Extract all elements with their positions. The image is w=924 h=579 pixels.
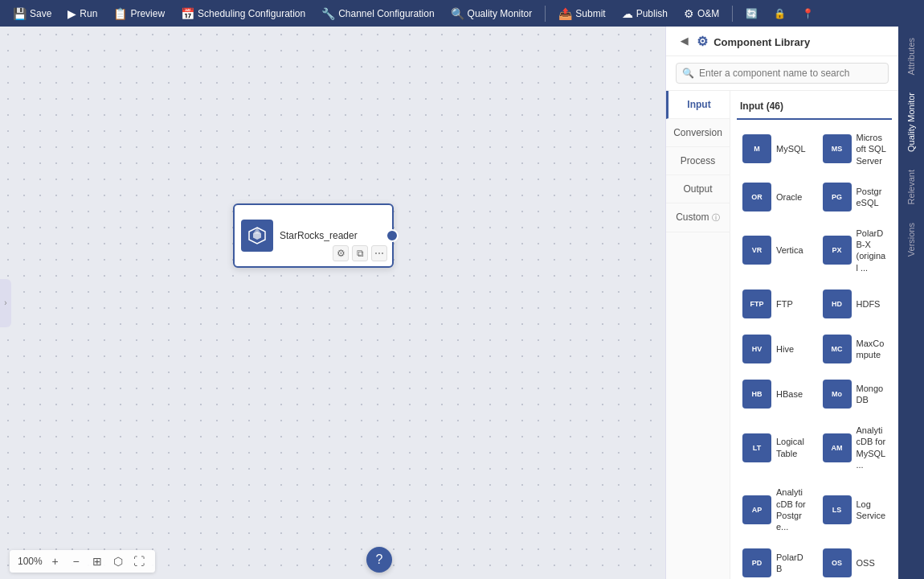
component-icon-ftp: FTP (742, 290, 771, 318)
canvas-grid (0, 27, 665, 579)
component-hive[interactable]: HVHive (737, 329, 812, 369)
component-vertica[interactable]: VRVertica (737, 222, 812, 279)
component-label-analyticdb-mysql: AnalyticDB for MySQL... (857, 425, 887, 470)
publish-button[interactable]: ☁ Publish (615, 4, 674, 23)
library-toggle-btn[interactable]: ◀ (676, 33, 692, 49)
component-icon-polardb-x: PX (823, 236, 852, 265)
zoom-expand-btn[interactable]: ⬡ (110, 553, 126, 569)
location-button[interactable]: 📍 (795, 5, 820, 23)
search-icon: 🔍 (682, 68, 694, 79)
node-icon (247, 226, 267, 245)
component-ftp[interactable]: FTPFTP (737, 284, 812, 324)
category-output[interactable]: Output (666, 175, 730, 203)
quality-icon: 🔍 (451, 7, 464, 20)
zoom-fullscreen-btn[interactable]: ⛶ (131, 553, 147, 569)
node-more-btn[interactable]: ⋯ (371, 245, 387, 261)
component-mysql[interactable]: MMySQL (737, 126, 812, 172)
refresh-button[interactable]: 🔄 (739, 5, 764, 23)
zoom-bar: 100% + − ⊞ ⬡ ⛶ (10, 550, 155, 573)
tab-attributes[interactable]: Attributes (903, 30, 919, 83)
component-analyticdb-mysql[interactable]: AMAnalyticDB for MySQL... (817, 419, 893, 476)
components-list: Input (46) MMySQLMSMicrosoft SQL ServerO… (730, 91, 898, 579)
toolbar: 💾 Save ▶ Run 📋 Preview 📅 Scheduling Conf… (0, 0, 924, 27)
component-icon-oracle: OR (742, 183, 771, 211)
component-hbase[interactable]: HBHBase (737, 374, 812, 414)
submit-icon: 📤 (558, 7, 572, 20)
component-label-maxcompute: MaxCompute (857, 338, 887, 361)
left-panel-toggle[interactable]: › (0, 279, 11, 327)
node-card[interactable]: StarRocks_reader ⚙ ⧉ ⋯ (233, 203, 394, 268)
tab-relevant[interactable]: Relevant (903, 162, 919, 212)
component-oracle[interactable]: OROracle (737, 177, 812, 217)
search-input[interactable] (676, 63, 889, 84)
node-connector-right[interactable] (386, 229, 399, 242)
component-library: ◀ ⚙ Component Library 🔍 Input (665, 27, 898, 579)
save-button[interactable]: 💾 Save (6, 4, 58, 23)
tab-quality-monitor[interactable]: Quality Monitor (903, 84, 919, 160)
run-button[interactable]: ▶ Run (61, 4, 104, 23)
component-icon-analyticdb-mysql: AM (823, 433, 852, 462)
channel-button[interactable]: 🔧 Channel Configuration (315, 4, 440, 23)
component-analyticdb-pg[interactable]: APAnalyticDB for Postgre... (737, 481, 812, 538)
component-label-hbase: HBase (776, 388, 803, 400)
channel-icon: 🔧 (321, 7, 335, 20)
help-button[interactable]: ? (366, 547, 392, 573)
component-mongodb[interactable]: MoMongoDB (817, 374, 893, 414)
category-input[interactable]: Input (666, 91, 730, 119)
component-icon-mysql: M (742, 134, 771, 163)
library-title: ⚙ Component Library (697, 34, 810, 49)
component-label-mssql: Microsoft SQL Server (857, 132, 887, 166)
component-label-ftp: FTP (776, 298, 793, 310)
category-process[interactable]: Process (666, 147, 730, 175)
category-conversion[interactable]: Conversion (666, 119, 730, 147)
category-custom[interactable]: Custom ⓘ (666, 203, 730, 232)
zoom-in-btn[interactable]: + (47, 553, 63, 569)
om-icon: ⚙ (684, 7, 694, 20)
component-icon-hive: HV (742, 335, 771, 363)
component-postgresql[interactable]: PGPostgreSQL (817, 177, 893, 217)
preview-button[interactable]: 📋 Preview (107, 4, 171, 23)
component-label-polardb-x: PolarDB-X (original ... (857, 228, 887, 273)
om-button[interactable]: ⚙ O&M (677, 4, 726, 23)
component-logservice[interactable]: LSLog Service (817, 481, 893, 538)
component-hdfs[interactable]: HDHDFS (817, 284, 893, 324)
component-icon-mongodb: Mo (823, 380, 852, 409)
component-icon-maxcompute: MC (823, 335, 852, 363)
canvas-area[interactable]: › StarRocks_reader ⚙ ⧉ ⋯ 100% + − (0, 27, 665, 579)
submit-button[interactable]: 📤 Submit (552, 4, 611, 23)
component-label-mysql: MySQL (776, 143, 806, 154)
right-sidebar: Attributes Quality Monitor Relevant Vers… (898, 27, 924, 579)
component-polardb-x[interactable]: PXPolarDB-X (original ... (817, 222, 893, 279)
component-label-hive: Hive (776, 343, 794, 355)
component-icon-oss: OS (823, 548, 852, 577)
component-label-vertica: Vertica (776, 244, 803, 256)
component-icon-polardb: PD (742, 548, 771, 577)
scheduling-button[interactable]: 📅 Scheduling Configuration (174, 4, 312, 23)
node-icon-box (241, 220, 273, 252)
component-mssql[interactable]: MSMicrosoft SQL Server (817, 126, 893, 172)
main-layout: › StarRocks_reader ⚙ ⧉ ⋯ 100% + − (0, 27, 924, 579)
quality-button[interactable]: 🔍 Quality Monitor (444, 4, 539, 23)
scheduling-icon: 📅 (181, 7, 194, 20)
active-tab-label: Input (46) (737, 97, 892, 120)
lock-button[interactable]: 🔒 (767, 5, 792, 23)
node-title: StarRocks_reader (280, 230, 386, 241)
component-icon-vertica: VR (742, 236, 771, 265)
component-icon-logicaltable: LT (742, 433, 771, 462)
node-copy-btn[interactable]: ⧉ (352, 245, 368, 261)
library-header-left: ◀ ⚙ Component Library (676, 33, 810, 49)
zoom-fit-btn[interactable]: ⊞ (89, 553, 105, 569)
zoom-level: 100% (18, 556, 43, 567)
component-logicaltable[interactable]: LTLogicalTable (737, 419, 812, 476)
save-icon: 💾 (13, 7, 27, 20)
tab-versions[interactable]: Versions (903, 215, 919, 265)
component-label-oss: OSS (857, 557, 875, 569)
component-label-logservice: Log Service (857, 499, 887, 522)
node-settings-btn[interactable]: ⚙ (333, 245, 349, 261)
component-maxcompute[interactable]: MCMaxCompute (817, 329, 893, 369)
component-polardb[interactable]: PDPolarDB (737, 543, 812, 579)
search-wrap: 🔍 (676, 63, 889, 84)
component-oss[interactable]: OSOSS (817, 543, 893, 579)
components-grid: MMySQLMSMicrosoft SQL ServerOROraclePGPo… (737, 126, 892, 579)
zoom-out-btn[interactable]: − (68, 553, 84, 569)
